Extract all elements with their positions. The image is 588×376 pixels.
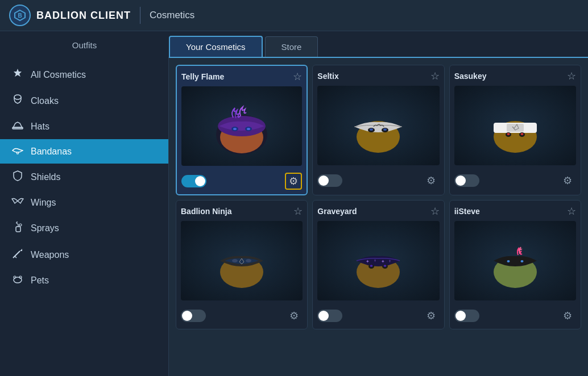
svg-point-2 <box>14 95 21 99</box>
app-title: BADLION CLIENT <box>36 10 131 22</box>
gear-graveyard[interactable]: ⚙ <box>423 307 440 324</box>
preview-telly-flame <box>181 86 302 166</box>
card-name-badlion-ninja: Badlion Ninja <box>181 207 231 216</box>
gear-badlion-ninja[interactable]: ⚙ <box>285 307 303 324</box>
card-graveyard: Graveyard ☆ ✦ ✝ ✦ ✝ <box>312 200 444 329</box>
star-telly-flame[interactable]: ☆ <box>293 70 302 83</box>
svg-text:✝: ✝ <box>374 259 376 262</box>
star-sasukey[interactable]: ☆ <box>567 70 576 82</box>
main-layout: All Cosmetics Cloaks Hats Bandanas Shiel <box>0 57 588 376</box>
header-subtitle: Cosmetics <box>150 10 194 21</box>
svg-point-29 <box>520 133 523 135</box>
star-badlion-ninja[interactable]: ☆ <box>293 205 303 218</box>
bandanas-icon <box>11 145 24 157</box>
sidebar-item-all-cosmetics[interactable]: All Cosmetics <box>0 61 168 88</box>
svg-point-22 <box>383 128 387 131</box>
sidebar-label-weapons: Weapons <box>31 250 69 260</box>
sidebar: All Cosmetics Cloaks Hats Bandanas Shiel <box>0 57 169 376</box>
card-header-seltix: Seltix ☆ <box>317 70 439 82</box>
svg-line-7 <box>15 256 16 258</box>
preview-sasukey <box>454 86 576 165</box>
card-footer-graveyard: ⚙ <box>317 305 439 324</box>
app-header: B BADLION CLIENT Cosmetics <box>0 0 588 31</box>
preview-graveyard: ✦ ✝ ✦ ✝ <box>317 221 439 300</box>
gear-seltix[interactable]: ⚙ <box>423 172 440 189</box>
sidebar-label-bandanas: Bandanas <box>31 147 72 157</box>
svg-text:✦: ✦ <box>381 259 385 264</box>
sidebar-label-sprays: Sprays <box>31 223 59 233</box>
sidebar-item-wings[interactable]: Wings <box>0 190 168 215</box>
card-badlion-ninja: Badlion Ninja ☆ <box>176 200 308 329</box>
tab-store[interactable]: Store <box>265 36 318 57</box>
toggle-knob-badlion-ninja <box>182 311 192 321</box>
gear-sasukey[interactable]: ⚙ <box>559 172 576 189</box>
svg-point-21 <box>370 128 373 131</box>
cosmetics-content: Telly Flame ☆ <box>169 57 588 376</box>
sidebar-item-cloaks[interactable]: Cloaks <box>0 88 168 114</box>
card-header-iisteve: iiSteve ☆ <box>454 205 576 218</box>
sidebar-item-sprays[interactable]: Sprays <box>0 215 168 241</box>
svg-text:✦: ✦ <box>366 259 370 264</box>
tab-your-cosmetics[interactable]: Your Cosmetics <box>169 36 263 57</box>
card-header-graveyard: Graveyard ☆ <box>317 205 439 218</box>
svg-point-33 <box>246 259 251 262</box>
star-seltix[interactable]: ☆ <box>430 70 440 82</box>
sidebar-item-weapons[interactable]: Weapons <box>0 241 168 268</box>
toggle-iisteve[interactable] <box>454 310 479 322</box>
svg-point-32 <box>232 259 238 262</box>
card-header-badlion-ninja: Badlion Ninja ☆ <box>181 205 303 218</box>
toggle-seltix[interactable] <box>317 174 342 187</box>
shields-icon <box>11 170 24 184</box>
svg-point-5 <box>19 224 22 226</box>
card-header-telly-flame: Telly Flame ☆ <box>181 70 302 83</box>
sidebar-item-pets[interactable]: Pets <box>0 268 168 293</box>
sidebar-item-hats[interactable]: Hats <box>0 114 168 139</box>
gear-iisteve[interactable]: ⚙ <box>559 307 576 324</box>
sidebar-item-bandanas[interactable]: Bandanas <box>0 139 168 164</box>
gear-telly-flame[interactable]: ⚙ <box>285 173 302 190</box>
card-sasukey: Sasukey ☆ <box>449 65 581 195</box>
card-name-iisteve: iiSteve <box>454 207 480 216</box>
toggle-graveyard[interactable] <box>317 310 342 322</box>
svg-text:B: B <box>18 12 22 19</box>
weapons-icon <box>11 248 24 262</box>
toggle-sasukey[interactable] <box>454 174 479 187</box>
toggle-knob-sasukey <box>456 176 466 186</box>
card-footer-sasukey: ⚙ <box>454 170 576 189</box>
sidebar-label-cloaks: Cloaks <box>31 96 59 106</box>
sidebar-item-shields[interactable]: Shields <box>0 164 168 190</box>
card-footer-badlion-ninja: ⚙ <box>181 305 303 324</box>
star-graveyard[interactable]: ☆ <box>430 205 440 218</box>
tab-row: Outfits Your Cosmetics Store <box>0 31 588 57</box>
card-name-seltix: Seltix <box>317 72 338 81</box>
all-cosmetics-icon <box>11 68 24 82</box>
wings-icon <box>11 197 24 208</box>
sidebar-label-hats: Hats <box>31 122 49 132</box>
svg-point-47 <box>520 260 523 262</box>
card-footer-telly-flame: ⚙ <box>181 170 302 190</box>
cosmetics-grid: Telly Flame ☆ <box>176 65 581 329</box>
toggle-knob-telly-flame <box>195 176 205 186</box>
card-telly-flame: Telly Flame ☆ <box>176 65 308 195</box>
app-logo: B <box>9 5 31 26</box>
toggle-badlion-ninja[interactable] <box>181 310 206 322</box>
sidebar-label-shields: Shields <box>31 172 60 182</box>
sidebar-label-all-cosmetics: All Cosmetics <box>31 70 86 80</box>
sprays-icon <box>11 221 24 235</box>
svg-point-17 <box>247 128 250 130</box>
header-divider <box>140 7 140 24</box>
svg-point-42 <box>384 265 387 267</box>
star-iisteve[interactable]: ☆ <box>567 205 576 218</box>
card-name-sasukey: Sasukey <box>454 72 487 81</box>
preview-badlion-ninja <box>181 221 303 300</box>
card-iisteve: iiSteve ☆ <box>449 200 581 329</box>
svg-point-28 <box>507 133 510 135</box>
card-name-telly-flame: Telly Flame <box>181 72 224 81</box>
svg-line-6 <box>13 251 20 258</box>
toggle-telly-flame[interactable] <box>181 175 206 187</box>
tab-outfits[interactable]: Outfits <box>0 35 169 57</box>
preview-iisteve <box>454 221 576 300</box>
card-seltix: Seltix ☆ <box>312 65 444 195</box>
preview-seltix <box>317 86 439 165</box>
cloaks-icon <box>11 94 24 107</box>
